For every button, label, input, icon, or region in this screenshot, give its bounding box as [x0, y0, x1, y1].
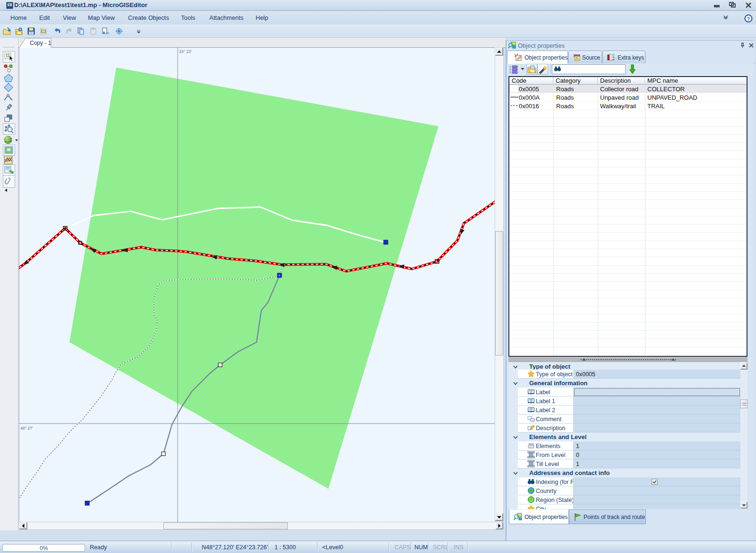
svg-text:?: ?: [747, 16, 750, 22]
svg-text:3: 3: [509, 71, 511, 74]
